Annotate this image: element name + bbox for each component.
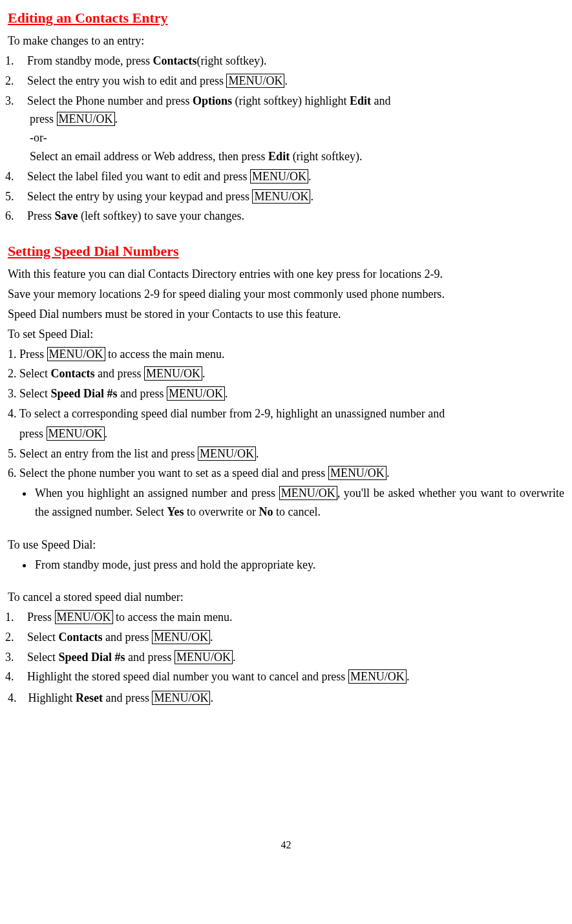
- text: .: [256, 447, 259, 460]
- text: Select the Phone number and press: [27, 94, 193, 107]
- text: to overwrite or: [184, 505, 259, 518]
- bold: Speed Dial #s: [58, 651, 125, 664]
- section2-para2: Save your memory locations 2-9 for speed…: [8, 285, 564, 304]
- menu-ok-key: MENU/OK: [47, 347, 105, 361]
- text: Select the entry you wish to edit and pr…: [27, 74, 226, 87]
- page-number: 42: [8, 837, 564, 854]
- text: .: [115, 112, 118, 125]
- menu-ok-key: MENU/OK: [279, 486, 337, 500]
- set-step-3: 3. Select Speed Dial #s and press MENU/O…: [8, 384, 564, 403]
- text: and press: [94, 367, 143, 380]
- cancel-step-2: Select Contacts and press MENU/OK.: [17, 628, 564, 647]
- text: Highlight the stored speed dial number y…: [27, 670, 348, 683]
- text: 1. Press: [8, 348, 47, 361]
- text: 6. Select the phone number you want to s…: [8, 467, 328, 479]
- section1-title: Editing an Contacts Entry: [8, 6, 564, 29]
- text: press: [30, 112, 57, 125]
- set-step-5: 5. Select an entry from the list and pre…: [8, 445, 564, 463]
- text: Highlight: [28, 691, 76, 704]
- set-step-2: 2. Select Contacts and press MENU/OK.: [8, 364, 564, 383]
- text: .: [233, 651, 236, 664]
- step-3-or: -or-: [30, 129, 564, 147]
- spacer: [8, 576, 564, 588]
- text: to access the main menu.: [105, 348, 225, 361]
- section1-intro: To make changes to an entry:: [8, 32, 564, 50]
- menu-ok-key: MENU/OK: [250, 169, 308, 184]
- section2-para1: With this feature you can dial Contacts …: [8, 265, 564, 284]
- cancel-step-1: Press MENU/OK to access the main menu.: [17, 608, 564, 627]
- text: and press: [103, 691, 152, 704]
- text: .: [202, 367, 206, 380]
- bold: No: [259, 505, 273, 518]
- text: Select: [27, 651, 58, 664]
- set-step-4-line2: press MENU/OK.: [19, 425, 564, 443]
- text: and press: [125, 651, 175, 664]
- text: and press: [102, 631, 151, 644]
- menu-ok-key: MENU/OK: [252, 189, 310, 204]
- text: .: [210, 691, 213, 704]
- text: Select the entry by using your keypad an…: [27, 190, 252, 203]
- step-4: Select the label filed you want to edit …: [17, 167, 564, 186]
- bold: Contacts: [50, 367, 94, 380]
- text: Select an email address or Web address, …: [30, 150, 268, 163]
- step-6: Press Save (left softkey) to save your c…: [17, 207, 564, 226]
- text: When you highlight an assigned number an…: [35, 487, 279, 499]
- text: to cancel.: [273, 505, 320, 518]
- step-2: Select the entry you wish to edit and pr…: [17, 72, 564, 90]
- text: press: [19, 427, 47, 440]
- section2-title: Setting Speed Dial Numbers: [8, 240, 564, 262]
- set-step-6: 6. Select the phone number you want to s…: [8, 464, 564, 483]
- step-3: Select the Phone number and press Option…: [17, 92, 564, 166]
- text: .: [284, 74, 288, 87]
- text: .: [210, 631, 213, 644]
- set-notes: When you highlight an assigned number an…: [8, 484, 564, 521]
- menu-ok-key: MENU/OK: [47, 426, 105, 441]
- text: .: [225, 387, 228, 400]
- text: .: [407, 670, 410, 683]
- text: 5. Select an entry from the list and pre…: [8, 447, 198, 460]
- text: (right softkey).: [290, 150, 362, 163]
- cancel-steps: Press MENU/OK to access the main menu. S…: [8, 608, 564, 686]
- section2-touse: To use Speed Dial:: [8, 536, 564, 554]
- step-3-line2: press MENU/OK.: [30, 110, 564, 129]
- text: to access the main menu.: [113, 611, 233, 624]
- text: Select the label filed you want to edit …: [27, 170, 250, 183]
- menu-ok-key: MENU/OK: [328, 466, 387, 480]
- set-steps: 1. Press MENU/OK to access the main menu…: [8, 345, 564, 483]
- text: 2. Select: [8, 367, 50, 380]
- bold: Contacts: [153, 54, 196, 67]
- text: .: [387, 467, 390, 479]
- menu-ok-key: MENU/OK: [55, 610, 113, 624]
- bold: Edit: [268, 150, 290, 163]
- bold: Reset: [76, 691, 103, 704]
- menu-ok-key: MENU/OK: [167, 386, 225, 401]
- text: and press: [118, 387, 167, 400]
- use-list: From standby mode, just press and hold t…: [8, 556, 564, 574]
- num: 4.: [8, 691, 17, 704]
- section2-toset: To set Speed Dial:: [8, 325, 564, 344]
- text: Select: [27, 631, 58, 644]
- bold: Speed Dial #s: [50, 387, 117, 400]
- text: Press: [27, 611, 55, 624]
- menu-ok-key: MENU/OK: [348, 669, 407, 684]
- bold: Edit: [350, 94, 371, 107]
- text: .: [310, 190, 313, 203]
- menu-ok-key: MENU/OK: [57, 112, 115, 126]
- step-3-alt: Select an email address or Web address, …: [30, 147, 564, 166]
- text: and: [371, 94, 391, 107]
- text: (right softkey).: [196, 54, 266, 67]
- spacer: [8, 228, 564, 240]
- document-page: Editing an Contacts Entry To make change…: [8, 6, 564, 854]
- text: .: [308, 170, 312, 183]
- section1-steps: From standby mode, press Contacts(right …: [8, 52, 564, 226]
- bold: Contacts: [58, 631, 102, 644]
- text: Press: [27, 209, 55, 222]
- set-step-1: 1. Press MENU/OK to access the main menu…: [8, 345, 564, 364]
- section2-para3: Speed Dial numbers must be stored in you…: [8, 305, 564, 324]
- text: (right softkey) highlight: [232, 94, 350, 107]
- cancel-step-4b: 4. Highlight Reset and press MENU/OK.: [8, 689, 564, 708]
- spacer: [8, 524, 564, 536]
- menu-ok-key: MENU/OK: [226, 74, 284, 88]
- menu-ok-key: MENU/OK: [152, 630, 210, 644]
- menu-ok-key: MENU/OK: [198, 446, 256, 461]
